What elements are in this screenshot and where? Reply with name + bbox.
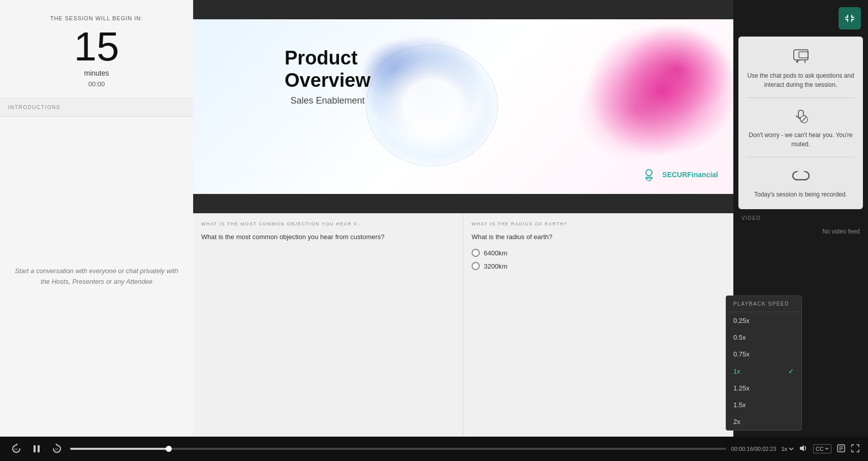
session-label: THE SESSION WILL BEGIN IN:: [10, 15, 183, 21]
chat-icon: [791, 47, 811, 67]
slide-area: ProductOverview Sales Enablement SECURFi…: [193, 0, 733, 213]
session-countdown: THE SESSION WILL BEGIN IN: 15 minutes 00…: [0, 0, 193, 98]
quiz-option-1-text: 6400km: [484, 249, 507, 257]
muted-info-text: Don't worry - we can't hear you. You're …: [747, 130, 855, 149]
time-display: 00:00:16/00:02:23: [731, 446, 777, 452]
quiz-option-1[interactable]: 6400km: [472, 249, 725, 257]
notes-icon: [836, 444, 846, 453]
active-checkmark: ✓: [788, 367, 794, 375]
slide-header-bar: [193, 0, 733, 19]
mute-icon: [791, 106, 811, 126]
divider-2: [747, 157, 855, 157]
right-quiz-panel: WHAT IS THE RADIUS OF EARTH? What is the…: [463, 213, 733, 437]
playback-speed-dropdown: PLAYBACK SPEED 0.25x0.5x0.75x1x✓1.25x1.5…: [726, 295, 802, 431]
slide-title: ProductOverview: [285, 47, 370, 91]
svg-marker-22: [800, 445, 804, 451]
left-poll-question: What is the most common objection you he…: [201, 233, 455, 242]
slide-subtitle: Sales Enablement: [285, 95, 370, 106]
slide-footer-bar: [193, 194, 733, 213]
playback-dropdown-header: PLAYBACK SPEED: [726, 296, 801, 312]
playback-option-1.5[interactable]: 1.5x: [726, 397, 801, 413]
playback-option-0.75[interactable]: 0.75x: [726, 346, 801, 363]
muted-info-section: Don't worry - we can't hear you. You're …: [747, 106, 855, 149]
lower-panels: WHAT IS THE MOST COMMON OBJECTION YOU HE…: [193, 213, 733, 437]
right-panel-top: [733, 0, 868, 37]
playback-option-1.25[interactable]: 1.25x: [726, 380, 801, 397]
skip-back-icon: 15: [11, 443, 22, 454]
slide-logo: SECURFinancial: [640, 166, 718, 184]
skip-back-button[interactable]: 15: [8, 441, 24, 457]
skip-forward-icon: 15: [51, 443, 63, 454]
center-panel: ProductOverview Sales Enablement SECURFi…: [193, 0, 733, 437]
volume-button[interactable]: [799, 444, 808, 454]
chat-info-section: Use the chat pods to ask questions and i…: [747, 47, 855, 89]
svg-rect-7: [794, 50, 808, 60]
left-panel: THE SESSION WILL BEGIN IN: 15 minutes 00…: [0, 0, 193, 437]
svg-rect-14: [797, 172, 805, 180]
recording-info-section: Today's session is being recorded.: [754, 166, 847, 199]
playback-option-2[interactable]: 2x: [726, 413, 801, 430]
chat-info-text: Use the chat pods to ask questions and i…: [747, 71, 855, 89]
svg-rect-18: [34, 445, 36, 452]
logo-text: SECURFinancial: [662, 171, 718, 179]
speed-value: 1x: [781, 446, 787, 452]
info-card: Use the chat pods to ask questions and i…: [738, 37, 863, 209]
notes-button[interactable]: [836, 444, 846, 454]
countdown-time: 00:00: [10, 80, 183, 88]
introductions-label: INTRODUCTIONS: [0, 98, 193, 117]
countdown-number: 15: [10, 26, 183, 67]
svg-rect-19: [38, 445, 40, 452]
progress-bar[interactable]: [70, 448, 726, 450]
svg-point-6: [646, 170, 652, 176]
cc-button[interactable]: CC: [813, 444, 831, 453]
app-icon-button[interactable]: [839, 7, 861, 29]
svg-rect-8: [799, 52, 808, 58]
divider-1: [747, 97, 855, 98]
recording-icon: [791, 166, 811, 186]
quiz-option-2-text: 3200km: [484, 262, 507, 270]
recording-info-text: Today's session is being recorded.: [754, 190, 847, 199]
quiz-option-2[interactable]: 3200km: [472, 262, 725, 270]
left-poll-panel: WHAT IS THE MOST COMMON OBJECTION YOU HE…: [193, 213, 463, 437]
slide-text-area: ProductOverview Sales Enablement: [285, 47, 370, 106]
slide-content: ProductOverview Sales Enablement SECURFi…: [193, 19, 733, 194]
bottom-bar: 15 15 00:00:16/00:02:23 1x CC: [0, 437, 868, 461]
speed-chevron-icon: [789, 447, 794, 451]
cc-label: CC: [816, 446, 829, 452]
fullscreen-icon: [851, 444, 860, 453]
svg-text:15: 15: [55, 448, 58, 451]
right-quiz-question: What is the radius of earth?: [472, 233, 725, 242]
speed-selector[interactable]: 1x: [781, 446, 794, 452]
radio-1: [472, 249, 480, 257]
volume-icon: [799, 444, 808, 453]
compress-icon: [844, 12, 856, 24]
playback-option-0.25[interactable]: 0.25x: [726, 312, 801, 329]
fullscreen-button[interactable]: [851, 444, 860, 454]
pause-button[interactable]: [29, 442, 44, 456]
playback-option-1[interactable]: 1x✓: [726, 363, 801, 380]
cc-chevron-icon: [825, 447, 829, 450]
progress-fill: [70, 448, 169, 450]
pause-icon: [32, 444, 41, 453]
svg-text:15: 15: [14, 448, 18, 451]
secur-logo-icon: [640, 166, 658, 184]
chat-placeholder-area: Start a conversation with everyone or ch…: [0, 117, 193, 437]
video-label: VIDEO: [733, 209, 868, 224]
right-quiz-title: WHAT IS THE RADIUS OF EARTH?: [472, 221, 725, 226]
no-video-text: No video feed: [733, 224, 868, 239]
countdown-unit: minutes: [10, 69, 183, 77]
playback-option-0.5[interactable]: 0.5x: [726, 329, 801, 346]
radio-2: [472, 262, 480, 270]
chat-placeholder-text: Start a conversation with everyone or ch…: [10, 266, 183, 287]
skip-forward-button[interactable]: 15: [49, 441, 65, 457]
progress-thumb: [166, 446, 172, 452]
left-poll-title: WHAT IS THE MOST COMMON OBJECTION YOU HE…: [201, 221, 455, 226]
